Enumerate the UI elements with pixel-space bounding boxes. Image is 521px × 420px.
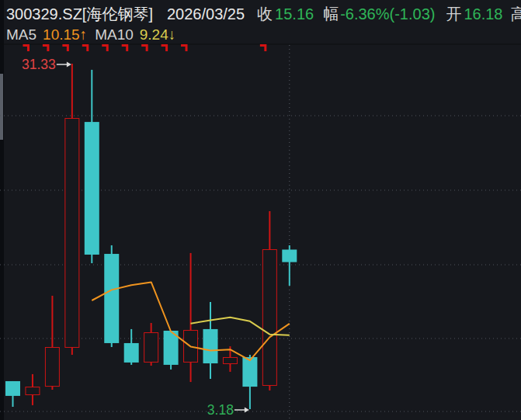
candle-body-down [282,249,297,262]
candle-body-up [45,348,59,387]
event-flag-icon[interactable] [141,44,148,51]
event-flag-icon[interactable] [23,44,30,51]
candle[interactable] [45,296,59,390]
candle-body-down [5,381,20,396]
event-flag-icon[interactable] [181,44,188,51]
candle[interactable] [282,245,297,286]
candle[interactable] [124,329,139,365]
price-annotation: 3.18 [207,402,234,418]
candle-body-down [242,357,257,387]
stock-app-window: { "header": { "symbol": "300329.SZ[海伦钢琴]… [0,0,521,420]
candle[interactable] [5,381,20,407]
candle[interactable] [164,331,179,370]
candle[interactable] [26,374,40,405]
event-flag-icon[interactable] [122,44,129,51]
price-annotation: 31.33 [22,57,56,72]
kline-chart[interactable]: 31.333.18 [0,0,521,420]
candle[interactable] [104,245,119,347]
event-flag-icon[interactable] [162,44,168,51]
candle-body-down [85,122,99,255]
candle[interactable] [242,355,257,409]
candle[interactable] [85,70,99,263]
event-flag-icon[interactable] [102,44,109,51]
event-flag-icon[interactable] [82,44,89,51]
candle-body-up [262,250,276,386]
candle-body-up [65,119,79,348]
candle[interactable] [65,64,79,355]
candle[interactable] [203,302,218,379]
candle-body-up [26,387,40,395]
candle-body-up [144,333,158,363]
candle-body-up [223,357,237,363]
candle-body-down [203,329,218,363]
annotation-arrow-head [67,62,71,68]
candle[interactable] [144,323,158,366]
event-flag-icon[interactable] [260,44,267,51]
candle-body-down [124,343,139,363]
candle[interactable] [262,211,276,390]
event-flag-icon[interactable] [43,44,50,51]
event-flag-icon[interactable] [62,44,69,51]
left-edge-thumb [0,74,3,140]
candle-body-down [104,254,119,343]
candle[interactable] [184,253,198,382]
left-edge-strip [0,0,4,420]
